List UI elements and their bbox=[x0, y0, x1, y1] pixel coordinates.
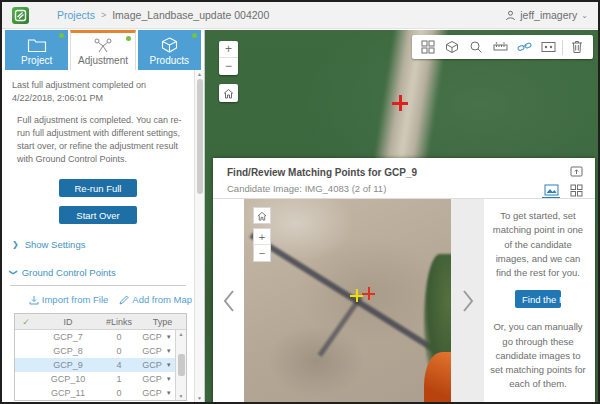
zoom-in-button[interactable]: + bbox=[254, 229, 270, 245]
table-scrollbar[interactable]: ▲ ▼ bbox=[175, 330, 186, 400]
ortho-maker-logo bbox=[12, 7, 29, 24]
toolbar-divider bbox=[562, 40, 563, 55]
status-dot bbox=[59, 33, 64, 38]
instructions-primary: To get started, set matching point in on… bbox=[490, 209, 586, 280]
image-zoom-controls: + − bbox=[253, 228, 271, 262]
image-home-button[interactable] bbox=[253, 207, 271, 224]
layers-icon[interactable] bbox=[440, 35, 464, 59]
home-icon bbox=[223, 88, 234, 99]
map-view[interactable]: + − bbox=[205, 30, 598, 402]
start-over-button[interactable]: Start Over bbox=[59, 206, 137, 224]
image-shadow bbox=[318, 295, 363, 357]
table-row-selected[interactable]: GCP_9 4 GCP▼ bbox=[15, 358, 175, 372]
column-id: ID bbox=[37, 317, 99, 327]
app-window: Projects > Image_Landbase_update 004200 … bbox=[0, 0, 600, 404]
type-dropdown[interactable]: GCP▼ bbox=[139, 374, 175, 384]
status-dot bbox=[126, 36, 131, 41]
panel-scrollbar[interactable]: ▲ ▼ bbox=[194, 70, 204, 402]
dropdown-caret-icon: ▼ bbox=[166, 348, 172, 354]
next-image-button[interactable] bbox=[451, 199, 484, 402]
scroll-up-icon[interactable]: ▲ bbox=[197, 71, 202, 77]
project-title: Image_Landbase_update 004200 bbox=[112, 9, 269, 21]
measure-icon[interactable] bbox=[488, 35, 512, 59]
tab-label: Products bbox=[150, 55, 189, 66]
gcp-actions-row: Import from File Add from Map bbox=[2, 294, 192, 305]
scrollbar-thumb[interactable] bbox=[197, 79, 203, 194]
last-adjustment-status: Last full adjustment completed on 4/22/2… bbox=[12, 79, 186, 104]
find-the-rest-button[interactable]: Find the Rest bbox=[515, 290, 561, 308]
chevron-left-icon bbox=[222, 288, 236, 314]
links-icon[interactable] bbox=[512, 35, 536, 59]
red-cross-gcp-marker[interactable] bbox=[392, 95, 408, 111]
scroll-down-icon[interactable]: ▼ bbox=[197, 395, 202, 401]
scroll-up-icon[interactable]: ▲ bbox=[179, 331, 184, 337]
image-compare-icon[interactable] bbox=[536, 35, 560, 59]
dropdown-caret-icon: ▼ bbox=[166, 362, 172, 368]
single-image-view-icon[interactable] bbox=[542, 182, 560, 199]
select-all-check-icon[interactable]: ✓ bbox=[15, 317, 37, 327]
breadcrumb-projects-link[interactable]: Projects bbox=[57, 9, 95, 21]
panel-tabs: Project Adjustment bbox=[2, 30, 204, 70]
type-dropdown[interactable]: GCP▼ bbox=[139, 332, 175, 342]
zoom-out-button[interactable]: − bbox=[254, 245, 270, 261]
table-row[interactable]: GCP_10 1 GCP▼ bbox=[15, 372, 175, 386]
gcp-section-toggle[interactable]: ❮ Ground Control Points bbox=[9, 267, 194, 278]
import-from-file-link[interactable]: Import from File bbox=[29, 294, 109, 305]
home-button[interactable] bbox=[219, 84, 238, 102]
tab-products[interactable]: Products bbox=[138, 30, 201, 70]
red-cross-marker[interactable] bbox=[362, 287, 375, 300]
type-dropdown[interactable]: GCP▼ bbox=[139, 388, 175, 398]
zoom-in-button[interactable]: + bbox=[219, 41, 238, 58]
table-row[interactable]: GCP_11 0 GCP▼ bbox=[15, 386, 175, 400]
search-icon[interactable] bbox=[464, 35, 488, 59]
rerun-full-button[interactable]: Re-run Full bbox=[59, 179, 137, 197]
trash-icon[interactable] bbox=[565, 35, 589, 59]
chevron-right-icon bbox=[461, 288, 475, 314]
cube-icon bbox=[161, 37, 178, 55]
table-row[interactable]: GCP_8 0 GCP▼ bbox=[15, 344, 175, 358]
dropdown-caret-icon: ▼ bbox=[166, 390, 172, 396]
grid-view-icon[interactable] bbox=[567, 182, 585, 199]
status-dot bbox=[192, 33, 197, 38]
gcp-table-header: ✓ ID #Links Type bbox=[15, 314, 186, 330]
scroll-down-icon[interactable]: ▼ bbox=[179, 393, 184, 399]
table-row[interactable]: GCP_7 0 GCP▼ bbox=[15, 330, 175, 344]
view-mode-toggles bbox=[542, 182, 585, 199]
scrollbar-thumb[interactable] bbox=[178, 354, 185, 376]
instructions-column: To get started, set matching point in on… bbox=[484, 199, 595, 402]
candidate-image[interactable]: + − bbox=[244, 199, 451, 402]
user-menu[interactable]: jeff_imagery ⌄ bbox=[505, 9, 588, 21]
main-content: Project Adjustment bbox=[2, 30, 598, 402]
candidate-viewer: + − To get started, set matching point i… bbox=[213, 199, 595, 402]
column-type: Type bbox=[139, 317, 186, 327]
instructions-secondary: Or, you can manually go through these ca… bbox=[490, 320, 586, 391]
candidate-image-label: Candidate Image: IMG_4083 (2 of 11) bbox=[227, 183, 595, 194]
column-links: #Links bbox=[99, 317, 139, 327]
breadcrumb-separator: > bbox=[101, 10, 106, 20]
zoom-out-button[interactable]: − bbox=[219, 58, 238, 75]
gcp-table: ✓ ID #Links Type GCP_7 0 GCP▼ bbox=[14, 313, 187, 401]
left-panel: Project Adjustment bbox=[2, 30, 205, 402]
add-from-map-link[interactable]: Add from Map bbox=[119, 294, 192, 305]
divider bbox=[10, 285, 186, 286]
type-dropdown[interactable]: GCP▼ bbox=[139, 346, 175, 356]
dropdown-caret-icon: ▼ bbox=[166, 334, 172, 340]
folder-icon bbox=[27, 38, 47, 55]
tab-project[interactable]: Project bbox=[5, 30, 68, 70]
tab-adjustment[interactable]: Adjustment bbox=[70, 30, 135, 70]
tab-label: Adjustment bbox=[78, 55, 128, 66]
gcp-section-title: Ground Control Points bbox=[22, 267, 116, 278]
map-toolbar bbox=[412, 35, 593, 59]
user-name: jeff_imagery bbox=[520, 9, 577, 21]
type-dropdown[interactable]: GCP▼ bbox=[139, 360, 175, 370]
import-icon bbox=[29, 295, 39, 305]
adjustment-drone-icon bbox=[94, 38, 112, 55]
chevron-right-icon: ❯ bbox=[12, 240, 19, 249]
previous-image-button[interactable] bbox=[213, 199, 244, 402]
show-settings-toggle[interactable]: ❯ Show Settings bbox=[12, 239, 194, 250]
home-icon bbox=[257, 211, 267, 221]
popout-icon[interactable] bbox=[570, 165, 583, 177]
thumbnails-icon[interactable] bbox=[416, 35, 440, 59]
pencil-icon bbox=[119, 295, 129, 305]
chevron-down-icon: ❮ bbox=[8, 270, 17, 277]
